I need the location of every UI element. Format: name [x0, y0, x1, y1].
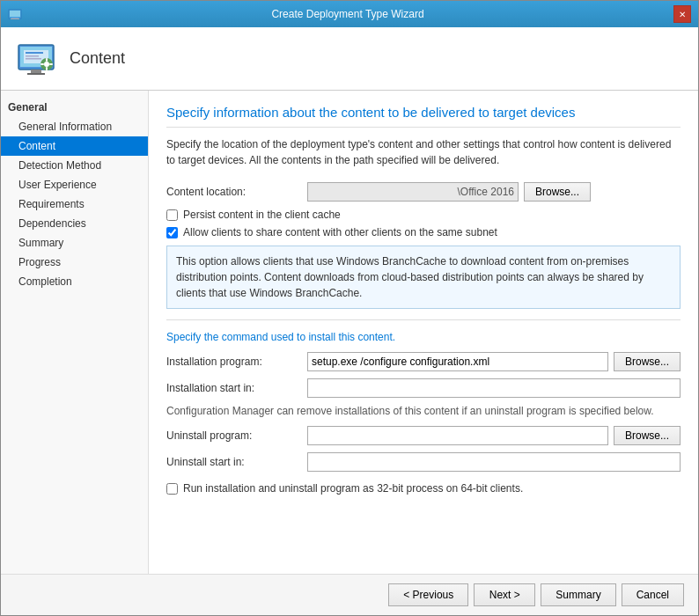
cancel-button[interactable]: Cancel: [622, 583, 684, 606]
uninstall-program-label: Uninstall program:: [166, 429, 307, 442]
info-box: This option allows clients that use Wind…: [166, 246, 681, 309]
svg-rect-16: [40, 63, 44, 65]
sidebar-section-general: General: [1, 98, 148, 117]
svg-rect-2: [11, 18, 18, 18]
svg-rect-10: [26, 55, 39, 57]
uninstall-program-row: Uninstall program: Browse...: [166, 426, 681, 445]
section-divider: [166, 319, 681, 320]
install-section-label: Specify the command used to install this…: [166, 331, 681, 343]
svg-rect-17: [49, 63, 53, 65]
install-start-label: Installation start in:: [166, 382, 307, 394]
sidebar-item-detection[interactable]: Detection Method: [1, 156, 148, 175]
content-description: Specify the location of the deployment t…: [166, 136, 681, 168]
sidebar-item-dependencies[interactable]: Dependencies: [1, 214, 148, 233]
content-location-row: Content location: Browse...: [166, 182, 681, 202]
run-32bit-checkbox[interactable]: [166, 483, 178, 495]
sidebar-item-user-exp[interactable]: User Experience: [1, 175, 148, 194]
svg-rect-14: [46, 58, 48, 62]
sidebar-item-progress[interactable]: Progress: [1, 253, 148, 272]
content-location-label: Content location:: [166, 186, 307, 198]
sidebar-item-completion[interactable]: Completion: [1, 272, 148, 291]
persist-checkbox[interactable]: [166, 209, 178, 221]
install-program-row: Installation program: Browse...: [166, 352, 681, 371]
sidebar-item-summary[interactable]: Summary: [1, 233, 148, 253]
svg-rect-1: [10, 11, 20, 17]
sidebar-item-content[interactable]: Content: [1, 136, 148, 156]
browse-button-2[interactable]: Browse...: [614, 352, 681, 371]
main-window: Create Deployment Type Wizard ✕: [0, 0, 699, 616]
svg-rect-3: [11, 18, 19, 19]
uninstall-start-row: Uninstall start in:: [166, 452, 681, 472]
persist-label: Persist content in the client cache: [183, 209, 341, 221]
install-program-input[interactable]: [307, 352, 608, 371]
sidebar-item-requirements[interactable]: Requirements: [1, 194, 148, 214]
browse-button-1[interactable]: Browse...: [524, 182, 591, 202]
header-panel: Content: [1, 27, 698, 91]
content-location-input[interactable]: [307, 182, 519, 202]
install-program-label: Installation program:: [166, 356, 307, 368]
svg-point-13: [44, 62, 49, 67]
browse-button-3[interactable]: Browse...: [614, 426, 681, 445]
install-start-input[interactable]: [307, 378, 681, 398]
close-button[interactable]: ✕: [673, 5, 691, 23]
allow-clients-label: Allow clients to share content with othe…: [183, 226, 497, 238]
persist-checkbox-row: Persist content in the client cache: [166, 209, 681, 221]
allow-clients-row: Allow clients to share content with othe…: [166, 226, 681, 238]
config-note: Configuration Manager can remove install…: [166, 405, 681, 417]
header-title: Content: [70, 49, 125, 68]
run-32bit-label: Run installation and uninstall program a…: [183, 482, 523, 495]
svg-rect-11: [26, 58, 41, 60]
next-button[interactable]: Next >: [474, 583, 535, 606]
svg-rect-9: [26, 52, 43, 54]
svg-rect-15: [46, 67, 48, 70]
summary-button[interactable]: Summary: [541, 583, 615, 606]
header-icon: [15, 38, 57, 80]
svg-rect-7: [27, 73, 45, 75]
uninstall-start-label: Uninstall start in:: [166, 456, 307, 468]
sidebar: General General Information Content Dete…: [1, 91, 149, 574]
previous-button[interactable]: < Previous: [388, 583, 468, 606]
main-content: General General Information Content Dete…: [1, 91, 698, 574]
uninstall-program-input[interactable]: [307, 426, 608, 445]
content-title: Specify information about the content to…: [166, 105, 681, 128]
svg-rect-6: [31, 70, 41, 73]
install-start-row: Installation start in:: [166, 378, 681, 398]
title-bar: Create Deployment Type Wizard ✕: [1, 1, 698, 27]
content-area: Specify information about the content to…: [149, 91, 698, 574]
allow-clients-checkbox[interactable]: [166, 227, 178, 238]
sidebar-item-general-info[interactable]: General Information: [1, 117, 148, 136]
window-icon: [8, 7, 22, 21]
uninstall-start-input[interactable]: [307, 452, 681, 472]
run-32bit-row: Run installation and uninstall program a…: [166, 482, 681, 495]
footer: < Previous Next > Summary Cancel: [1, 574, 698, 615]
window-title: Create Deployment Type Wizard: [22, 8, 673, 20]
title-bar-controls: ✕: [673, 5, 691, 23]
